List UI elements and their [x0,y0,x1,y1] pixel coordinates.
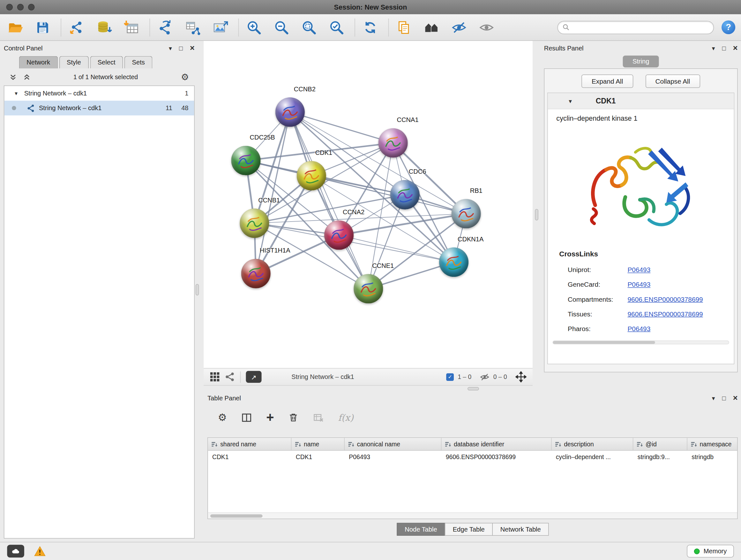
close-panel-icon[interactable]: × [733,394,738,402]
import-network-file-button[interactable] [67,18,86,37]
show-all-button[interactable] [477,18,496,37]
show-columns-icon[interactable] [241,412,252,423]
search-box[interactable] [557,21,714,34]
network-from-table-button[interactable] [183,18,202,37]
selected-indicator-icon[interactable]: ✓ [446,373,454,381]
network-node-ccnb1[interactable] [240,208,269,238]
tab-node-table[interactable]: Node Table [397,523,445,536]
collapse-panel-icon[interactable]: ▾ [712,45,715,51]
network-row[interactable]: String Network – cdk1 11 48 [4,101,194,115]
tab-sets[interactable]: Sets [125,56,152,69]
gene-panel-header[interactable]: ▼ CDK1 [548,93,734,110]
zoom-in-button[interactable] [245,18,264,37]
new-network-button[interactable] [156,18,175,37]
minimize-window-button[interactable] [17,4,24,10]
column-header[interactable]: shared name [208,438,292,450]
table-row[interactable]: CDK1CDK1P064939606.ENSP00000378699cyclin… [208,451,738,463]
network-node-cdk1[interactable] [297,161,326,190]
network-list-icon[interactable] [225,372,235,382]
collapse-all-button[interactable]: Collapse All [645,75,700,88]
cloud-icon [11,546,20,556]
network-node-ccna2[interactable] [324,220,354,250]
tab-select[interactable]: Select [90,56,123,69]
delete-column-trash-icon[interactable] [288,412,299,423]
maximize-window-button[interactable] [28,4,35,10]
tab-edge-table[interactable]: Edge Table [445,523,493,536]
tab-style[interactable]: Style [59,56,88,69]
network-view[interactable]: CCNB2CCNA1CDC25BCDK1CDC6RB1CCNB1CCNA2CDK… [204,41,533,368]
refresh-layout-button[interactable] [361,18,380,37]
expand-all-icon[interactable] [23,73,30,80]
zoom-out-button[interactable] [272,18,291,37]
current-network-name: String Network – cdk1 [291,373,354,380]
close-panel-icon[interactable]: × [190,44,195,52]
crosslink-link[interactable]: 9606.ENSP00000378699 [627,310,703,318]
table-horizontal-scrollbar[interactable] [208,512,738,518]
clone-network-button[interactable] [394,18,414,37]
zoom-fit-button[interactable] [300,18,319,37]
expand-all-button[interactable]: Expand All [582,75,633,88]
tab-network-table[interactable]: Network Table [492,523,549,536]
memory-label: Memory [704,548,727,555]
float-panel-icon[interactable]: □ [722,395,726,401]
network-node-ccnb2[interactable] [275,98,305,127]
close-window-button[interactable] [6,4,13,10]
results-scrollbar[interactable] [552,341,729,345]
help-button[interactable]: ? [722,20,735,34]
table-settings-gear-icon[interactable]: ⚙ [218,413,227,422]
collapse-gene-caret-icon[interactable]: ▼ [568,98,573,104]
network-collection-row[interactable]: ▼ String Network – cdk1 1 [4,86,194,101]
column-header[interactable]: description [551,438,633,450]
warning-icon[interactable] [34,545,46,557]
column-header[interactable]: name [291,438,345,450]
column-header[interactable]: database identifier [441,438,551,450]
network-node-cdc6[interactable] [390,180,420,209]
column-header[interactable]: namespace [687,438,738,450]
grid-view-icon[interactable] [210,372,219,382]
float-panel-icon[interactable]: □ [179,45,183,51]
zoom-selected-button[interactable] [327,18,346,37]
crosslink-link[interactable]: P06493 [627,280,650,288]
memory-button[interactable]: Memory [687,545,734,557]
search-input[interactable] [573,23,709,30]
crosslink-link[interactable]: P06493 [627,325,650,332]
export-image-button[interactable] [211,18,230,37]
open-session-button[interactable] [6,18,25,37]
network-overview-button[interactable] [422,18,441,37]
table-cell: CDK1 [208,453,292,460]
network-node-cdkn1a[interactable] [439,247,468,277]
add-column-icon[interactable]: + [266,411,274,424]
network-node-rb1[interactable] [452,199,481,228]
collapse-panel-icon[interactable]: ▾ [712,395,715,401]
horizontal-splitter-handle[interactable] [468,387,479,390]
crosslink-link[interactable]: P06493 [627,266,650,273]
save-session-button[interactable] [33,18,52,37]
network-node-hist1h1a[interactable] [241,259,271,288]
vertical-splitter-handle[interactable] [196,284,199,296]
column-header[interactable]: @id [633,438,687,450]
network-canvas[interactable]: CCNB2CCNA1CDC25BCDK1CDC6RB1CCNB1CCNA2CDK… [204,41,533,368]
network-node-ccne1[interactable] [354,274,383,303]
tree-expand-caret-icon[interactable]: ▼ [14,91,18,96]
column-header[interactable]: canonical name [345,438,441,450]
tab-string[interactable]: String [623,56,659,67]
tab-network[interactable]: Network [19,56,58,69]
crosslink-link[interactable]: 9606.ENSP00000378699 [627,295,703,303]
cloud-status-button[interactable] [7,545,24,557]
scrollbar-thumb[interactable] [210,514,263,517]
close-panel-icon[interactable]: × [733,44,738,52]
float-panel-icon[interactable]: □ [722,45,726,51]
collapse-all-icon[interactable] [10,73,17,80]
network-node-cdc25b[interactable] [231,146,260,175]
control-panel-title: Control Panel [4,44,43,51]
gear-icon[interactable]: ⚙ [181,72,189,81]
network-node-ccna1[interactable] [379,128,408,158]
collapse-panel-icon[interactable]: ▾ [169,45,172,51]
detach-view-button[interactable]: ↗ [246,371,262,383]
import-network-database-button[interactable] [94,18,114,37]
fit-crosshair-icon[interactable] [515,371,526,382]
hide-selected-button[interactable] [450,18,469,37]
vertical-splitter-handle[interactable] [535,209,538,221]
import-table-button[interactable] [122,18,141,37]
column-header-label: database identifier [454,441,504,448]
